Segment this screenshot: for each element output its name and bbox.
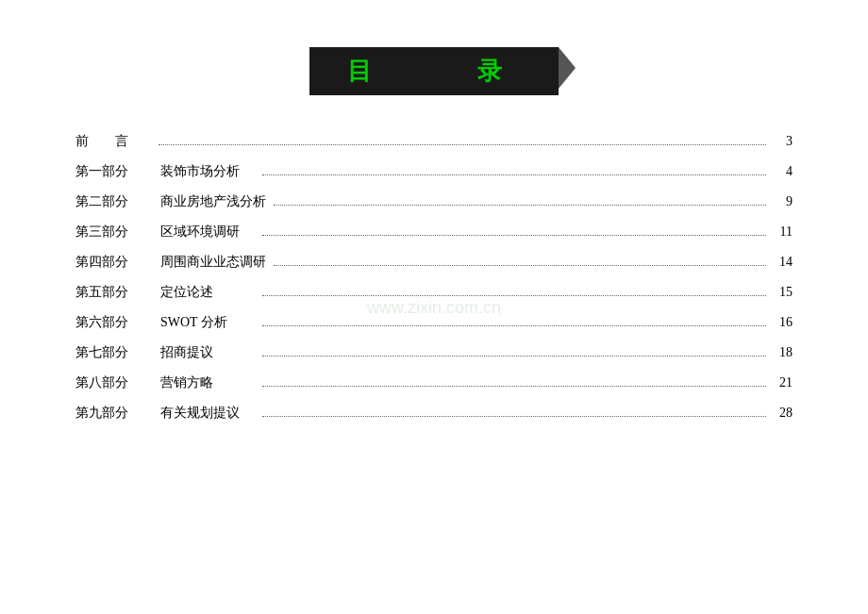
toc-row: 第五部分定位论述15 xyxy=(75,284,793,301)
toc-section-label: 第四部分 xyxy=(75,254,151,271)
toc-section-label: 前 言 xyxy=(75,133,151,150)
toc-page-number: 18 xyxy=(774,345,793,360)
toc-item-title: 招商提议 xyxy=(160,344,255,361)
page: 目 录 www.zixin.com.cn 前 言3第一部分装饰市场分析4第二部分… xyxy=(0,0,868,614)
toc-section-label: 第八部分 xyxy=(75,374,151,391)
toc-item-title: 定位论述 xyxy=(160,284,255,301)
toc-dots xyxy=(274,205,766,206)
toc-item-title: SWOT 分析 xyxy=(160,314,255,331)
toc-page-number: 28 xyxy=(774,406,793,421)
toc-dots xyxy=(262,235,766,236)
page-title: 目 录 xyxy=(309,47,559,95)
toc-row: 第八部分营销方略21 xyxy=(75,374,793,391)
toc-dots xyxy=(262,416,766,417)
toc-row: 第四部分周围商业业态调研14 xyxy=(75,254,793,271)
toc-dots xyxy=(262,174,766,175)
toc-container: 前 言3第一部分装饰市场分析4第二部分商业房地产浅分析9第三部分区域环境调研11… xyxy=(75,133,793,422)
toc-page-number: 9 xyxy=(774,194,793,209)
toc-page-number: 14 xyxy=(774,255,793,270)
toc-item-title: 有关规划提议 xyxy=(160,405,255,422)
toc-dots xyxy=(159,144,766,145)
toc-section-label: 第三部分 xyxy=(75,224,151,241)
toc-section-label: 第二部分 xyxy=(75,193,151,210)
toc-page-number: 16 xyxy=(774,315,793,330)
toc-dots xyxy=(274,265,766,266)
toc-row: 第三部分区域环境调研11 xyxy=(75,224,793,241)
toc-row: 第九部分有关规划提议28 xyxy=(75,405,793,422)
toc-item-title: 周围商业业态调研 xyxy=(160,254,266,271)
toc-section-label: 第六部分 xyxy=(75,314,151,331)
toc-dots xyxy=(262,325,766,326)
toc-row: 第六部分SWOT 分析16 xyxy=(75,314,793,331)
toc-item-title: 商业房地产浅分析 xyxy=(160,193,266,210)
toc-item-title: 营销方略 xyxy=(160,374,255,391)
toc-row: 第七部分招商提议18 xyxy=(75,344,793,361)
toc-page-number: 15 xyxy=(774,285,793,300)
toc-section-label: 第九部分 xyxy=(75,405,151,422)
toc-page-number: 3 xyxy=(774,134,793,149)
toc-section-label: 第五部分 xyxy=(75,284,151,301)
toc-item-title: 区域环境调研 xyxy=(160,224,255,241)
title-container: 目 录 xyxy=(75,47,793,95)
toc-dots xyxy=(262,295,766,296)
toc-section-label: 第七部分 xyxy=(75,344,151,361)
toc-row: 前 言3 xyxy=(75,133,793,150)
toc-page-number: 21 xyxy=(774,375,793,390)
toc-page-number: 4 xyxy=(774,164,793,179)
toc-section-label: 第一部分 xyxy=(75,163,151,180)
toc-dots xyxy=(262,386,766,387)
toc-page-number: 11 xyxy=(774,224,793,240)
toc-item-title: 装饰市场分析 xyxy=(160,163,255,180)
toc-row: 第一部分装饰市场分析4 xyxy=(75,163,793,180)
toc-row: 第二部分商业房地产浅分析9 xyxy=(75,193,793,210)
toc-dots xyxy=(262,356,766,357)
